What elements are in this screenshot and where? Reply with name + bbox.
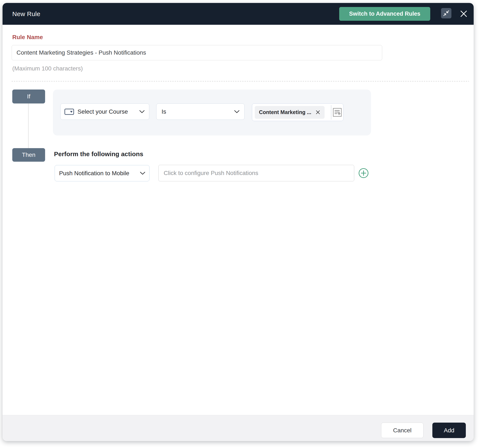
action-type-dropdown[interactable]: Push Notification to Mobile <box>55 165 149 181</box>
dialog-header: New Rule Switch to Advanced Rules <box>3 3 474 25</box>
if-badge: If <box>12 90 45 104</box>
collapse-button[interactable] <box>441 8 452 18</box>
condition-panel: Select your Course Is Content Marketing … <box>53 90 371 135</box>
rule-name-helper: (Maximum 100 characters) <box>12 65 83 72</box>
add-button[interactable]: Add <box>432 423 466 438</box>
plus-circle-icon <box>358 168 369 178</box>
remove-value-icon[interactable] <box>316 110 320 115</box>
condition-operator-dropdown[interactable]: Is <box>156 104 245 120</box>
add-action-button[interactable] <box>358 168 369 178</box>
actions-heading: Perform the following actions <box>54 150 143 158</box>
selected-value-chip: Content Marketing ... <box>255 106 325 119</box>
configure-push-notifications-input[interactable] <box>158 165 354 181</box>
list-plus-icon <box>333 108 342 117</box>
close-icon <box>460 10 467 18</box>
section-divider <box>12 81 469 82</box>
new-rule-dialog: New Rule Switch to Advanced Rules Rul <box>3 3 474 441</box>
close-button[interactable] <box>457 7 470 20</box>
rule-name-input[interactable] <box>12 45 382 60</box>
chevron-down-icon <box>140 171 145 175</box>
switch-to-advanced-rules-button[interactable]: Switch to Advanced Rules <box>339 7 430 21</box>
dialog-title: New Rule <box>12 3 40 25</box>
add-values-button[interactable] <box>331 104 343 121</box>
then-badge: Then <box>12 148 45 162</box>
if-then-connector <box>28 104 28 148</box>
collapse-arrows-icon <box>443 10 450 16</box>
selected-value-text: Content Marketing ... <box>259 109 311 115</box>
chevron-down-icon <box>139 110 145 113</box>
action-type-value: Push Notification to Mobile <box>59 170 137 177</box>
condition-value-field[interactable]: Content Marketing ... <box>252 104 343 121</box>
condition-operator-value: Is <box>162 108 234 115</box>
chevron-down-icon <box>234 110 240 113</box>
condition-field-dropdown[interactable]: Select your Course <box>60 104 149 120</box>
condition-field-value: Select your Course <box>78 108 136 115</box>
cancel-button[interactable]: Cancel <box>381 423 424 438</box>
dialog-footer: Cancel Add <box>3 415 474 441</box>
dropdown-field-icon <box>64 109 74 115</box>
rule-name-label: Rule Name <box>12 34 43 41</box>
